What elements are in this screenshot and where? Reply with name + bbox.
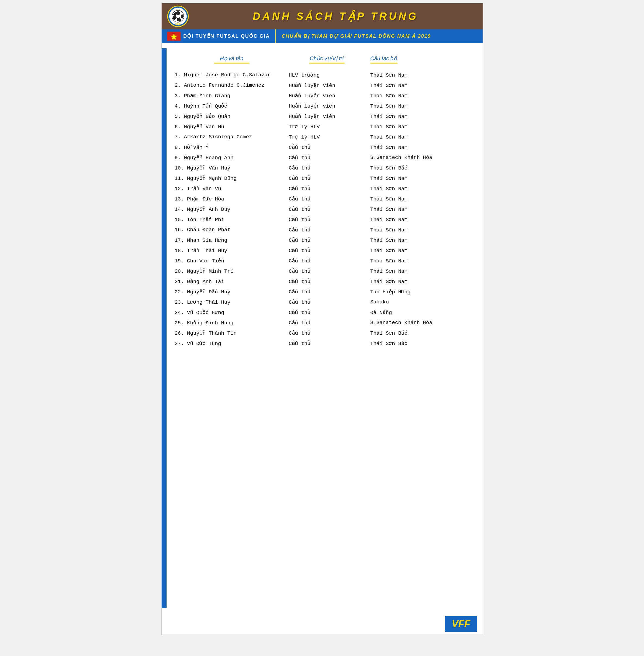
sub-header-left: ĐỘI TUYỂN FUTSAL QUỐC GIA — [162, 29, 276, 43]
player-club: Sahako — [365, 299, 475, 305]
player-name: 25. Khổng Đình Hùng — [175, 320, 289, 326]
player-name: 17. Nhan Gia Hưng — [175, 237, 289, 243]
player-role: Cầu thủ — [289, 195, 365, 202]
player-role: Cầu thủ — [289, 175, 365, 182]
player-role: Cầu thủ — [289, 237, 365, 243]
table-row: 19. Chu Văn TiếnCầu thủThái Sơn Nam — [175, 256, 475, 266]
data-rows: 1. Miguel Jose Rodigo C.SalazarHLV trưởn… — [175, 70, 475, 349]
player-role: Cầu thủ — [289, 144, 365, 150]
sub-header: ĐỘI TUYỂN FUTSAL QUỐC GIA CHUẨN BỊ THAM … — [162, 29, 483, 43]
player-name: 12. Trần Văn Vũ — [175, 185, 289, 192]
player-name: 13. Phạm Đức Hòa — [175, 195, 289, 202]
col-club-underline — [370, 63, 397, 64]
player-role: Huấn luyện viên — [289, 92, 365, 99]
table-row: 8. Hồ Văn ÝCầu thủThái Sơn Nam — [175, 142, 475, 153]
player-name: 6. Nguyễn Văn Nu — [175, 123, 289, 130]
player-club: Đà Nẵng — [365, 309, 475, 315]
player-name: 14. Nguyễn Anh Duy — [175, 206, 289, 212]
player-club: Thái Sơn Nam — [365, 278, 475, 285]
player-name: 23. Lương Thái Huy — [175, 299, 289, 305]
player-role: Cầu thủ — [289, 340, 365, 347]
table-row: 12. Trần Văn VũCầu thủThái Sơn Nam — [175, 183, 475, 194]
player-name: 11. Nguyễn Mạnh Dũng — [175, 175, 289, 182]
player-name: 27. Vũ Đức Tùng — [175, 340, 289, 347]
player-role: Cầu thủ — [289, 268, 365, 274]
player-club: Thái Sơn Nam — [365, 175, 475, 182]
table-row: 4. Huỳnh Tấn QuốcHuấn luyện viênThái Sơn… — [175, 101, 475, 111]
table-row: 23. Lương Thái HuyCầu thủSahako — [175, 297, 475, 307]
col-header-name: Họ và tên — [175, 55, 289, 64]
svg-text:★★★: ★★★ — [176, 8, 180, 11]
player-role: Cầu thủ — [289, 154, 365, 161]
col-header-club: Câu lạc bộ — [365, 55, 475, 64]
table-row: 15. Tôn Thất PhiCầu thủThái Sơn Nam — [175, 214, 475, 225]
player-club: Thái Sơn Nam — [365, 247, 475, 254]
player-role: Cầu thủ — [289, 320, 365, 326]
player-role: Cầu thủ — [289, 278, 365, 285]
player-role: Huấn luyện viên — [289, 103, 365, 109]
table-row: 6. Nguyễn Văn NuTrợ lý HLVThái Sơn Nam — [175, 121, 475, 132]
player-role: Cầu thủ — [289, 227, 365, 233]
player-name: 16. Châu Đoàn Phát — [175, 227, 289, 233]
player-role: Trợ lý HLV — [289, 134, 365, 140]
player-role: Cầu thủ — [289, 330, 365, 336]
table-area: Họ và tên Chức vụ/Vị trí Câu lạc bộ 1. M… — [166, 48, 483, 608]
player-name: 15. Tôn Thất Phi — [175, 216, 289, 223]
player-role: Cầu thủ — [289, 299, 365, 305]
left-accent — [162, 48, 166, 608]
footer: VFF — [162, 613, 483, 635]
sub-header-right: CHUẨN BỊ THAM DỰ GIẢI FUTSAL ĐÔNG NAM Á … — [275, 29, 482, 43]
player-role: HLV trưởng — [289, 72, 365, 78]
player-role: Cầu thủ — [289, 206, 365, 212]
sub-header-left-text: ĐỘI TUYỂN FUTSAL QUỐC GIA — [183, 33, 270, 39]
player-name: 10. Nguyễn Văn Huy — [175, 165, 289, 171]
player-club: Thái Sơn Nam — [365, 237, 475, 243]
table-row: 26. Nguyễn Thành TínCầu thủThái Sơn Bắc — [175, 328, 475, 338]
player-club: Tân Hiệp Hưng — [365, 288, 475, 295]
table-row: 10. Nguyễn Văn HuyCầu thủThái Sơn Bắc — [175, 163, 475, 173]
player-club: Thái Sơn Bắc — [365, 165, 475, 171]
header-top: VFF ★★★ DANH SÁCH TẬP TRUNG — [162, 3, 483, 29]
table-row: 7. Arkartz Sisniega GomezTrợ lý HLVThái … — [175, 132, 475, 142]
player-club: Thái Sơn Nam — [365, 144, 475, 150]
table-row: 11. Nguyễn Mạnh DũngCầu thủThái Sơn Nam — [175, 173, 475, 183]
table-row: 21. Đặng Anh TàiCầu thủThái Sơn Nam — [175, 276, 475, 286]
table-row: 13. Phạm Đức HòaCầu thủThái Sơn Nam — [175, 194, 475, 204]
player-name: 20. Nguyễn Minh Trí — [175, 268, 289, 274]
player-name: 9. Nguyễn Hoàng Anh — [175, 154, 289, 161]
player-role: Cầu thủ — [289, 309, 365, 315]
table-row: 17. Nhan Gia HưngCầu thủThái Sơn Nam — [175, 235, 475, 245]
player-name: 1. Miguel Jose Rodigo C.Salazar — [175, 72, 289, 78]
sub-header-right-text: CHUẨN BỊ THAM DỰ GIẢI FUTSAL ĐÔNG NAM Á … — [281, 33, 431, 39]
player-role: Huấn luyện viên — [289, 113, 365, 119]
player-name: 22. Nguyễn Đắc Huy — [175, 288, 289, 295]
header-title: DANH SÁCH TẬP TRUNG — [194, 10, 477, 22]
player-name: 5. Nguyễn Bảo Quân — [175, 113, 289, 119]
player-name: 21. Đặng Anh Tài — [175, 278, 289, 285]
player-name: 18. Trần Thái Huy — [175, 247, 289, 254]
table-row: 1. Miguel Jose Rodigo C.SalazarHLV trưởn… — [175, 70, 475, 80]
player-club: Thái Sơn Nam — [365, 92, 475, 99]
player-club: S.Sanatech Khánh Hòa — [365, 155, 475, 161]
player-name: 7. Arkartz Sisniega Gomez — [175, 134, 289, 140]
table-row: 3. Phạm Minh GiangHuấn luyện viênThái Sơ… — [175, 91, 475, 101]
player-name: 24. Vũ Quốc Hưng — [175, 309, 289, 315]
table-row: 5. Nguyễn Bảo QuânHuấn luyện viênThái Sơ… — [175, 111, 475, 121]
col-header-role: Chức vụ/Vị trí — [289, 55, 365, 64]
table-row: 9. Nguyễn Hoàng AnhCầu thủS.Sanatech Khá… — [175, 153, 475, 163]
table-row: 14. Nguyễn Anh DuyCầu thủThái Sơn Nam — [175, 204, 475, 214]
table-row: 25. Khổng Đình HùngCầu thủS.Sanatech Khá… — [175, 318, 475, 328]
player-name: 2. Antonio Fernando G.Jimenez — [175, 82, 289, 88]
player-role: Cầu thủ — [289, 247, 365, 254]
player-club: S.Sanatech Khánh Hòa — [365, 320, 475, 326]
table-row: 20. Nguyễn Minh TríCầu thủThái Sơn Nam — [175, 266, 475, 276]
player-name: 8. Hồ Văn Ý — [175, 144, 289, 150]
player-club: Thái Sơn Nam — [365, 103, 475, 109]
vietnam-flag-icon — [167, 32, 181, 41]
player-role: Cầu thủ — [289, 165, 365, 171]
player-club: Thái Sơn Nam — [365, 216, 475, 223]
player-name: 26. Nguyễn Thành Tín — [175, 330, 289, 336]
table-row: 16. Châu Đoàn PhátCầu thủThái Sơn Nam — [175, 225, 475, 235]
player-club: Thái Sơn Nam — [365, 185, 475, 192]
player-club: Thái Sơn Nam — [365, 113, 475, 119]
